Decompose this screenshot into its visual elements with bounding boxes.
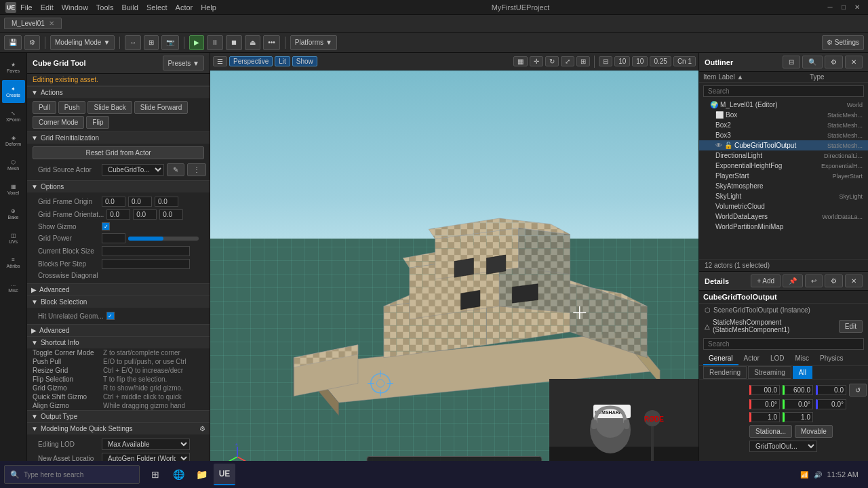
rot-x-input[interactable] (749, 399, 780, 409)
scale-x-input[interactable] (749, 412, 780, 422)
details-search-input[interactable] (703, 338, 864, 350)
pause-btn[interactable]: ⏸ (207, 35, 223, 50)
sidebar-voxel[interactable]: ▦Voxel (2, 178, 25, 201)
sidebar-faves[interactable]: ★Faves (2, 56, 25, 79)
gfori-z-input[interactable] (159, 209, 183, 220)
mesh-edit-btn[interactable]: Edit (839, 320, 863, 333)
grid-reinit-section[interactable]: ▼ Grid Reinitialization (27, 131, 210, 144)
options-section[interactable]: ▼ Options (27, 180, 210, 192)
snap-btn[interactable]: ⊞ (144, 35, 159, 50)
outliner-search-input[interactable] (703, 85, 864, 97)
grid-size-btn[interactable]: 10 (614, 56, 630, 66)
details-settings-btn[interactable]: ⚙ (825, 274, 843, 287)
gfo-z-input[interactable] (155, 197, 178, 207)
menu-select[interactable]: Select (146, 3, 167, 12)
move-btn[interactable]: ✛ (530, 56, 543, 66)
transform-btn[interactable]: ⊞ (576, 56, 590, 66)
details-history-btn[interactable]: ↩ (805, 274, 823, 287)
maximize-btn[interactable]: □ (838, 2, 849, 13)
select-mode-btn[interactable]: ▦ (513, 56, 528, 66)
sidebar-uvs[interactable]: ◫UVs (2, 226, 25, 249)
list-item[interactable]: VolumetricCloud (699, 201, 868, 211)
scale-y-input[interactable] (783, 412, 813, 422)
advanced-section[interactable]: ▶ Advanced (27, 283, 210, 296)
source-actor-select[interactable]: CubeGridTo... (102, 164, 164, 176)
outliner-settings-btn[interactable]: ⚙ (825, 56, 843, 68)
stop-btn[interactable]: ⏹ (226, 35, 242, 50)
scale-btn[interactable]: ⤢ (561, 56, 574, 66)
settings-btn[interactable]: ⚙ Settings (822, 35, 864, 50)
grid-power-slider[interactable] (128, 237, 199, 241)
more-btn[interactable]: ••• (263, 35, 280, 50)
gfori-x-input[interactable] (106, 209, 130, 220)
gfo-x-input[interactable] (102, 197, 125, 207)
show-gizmo-checkbox[interactable] (102, 222, 110, 230)
list-item-selected[interactable]: 👁 🔓 CubeGridToolOutput StaticMesh... (699, 140, 868, 150)
eject-btn[interactable]: ⏏ (245, 35, 260, 50)
scale-size-btn[interactable]: 0.25 (650, 56, 671, 66)
blocks-per-step-input[interactable]: 1 (102, 259, 190, 269)
tab-misc[interactable]: Misc (789, 352, 814, 365)
minimize-btn[interactable]: ─ (825, 2, 835, 13)
advanced2-section[interactable]: ▶ Advanced (27, 324, 210, 336)
subtab-all[interactable]: All (793, 366, 812, 379)
platforms-btn[interactable]: Platforms ▼ (290, 35, 337, 50)
stationary-btn[interactable]: Stationa... (749, 425, 792, 438)
sidebar-attribs[interactable]: ≡Attribs (2, 251, 25, 274)
viewport[interactable]: X Y Z ⊞ Cube Grid Tool Accept Cancel (210, 70, 698, 488)
sidebar-xform[interactable]: ⤡XForm (2, 104, 25, 127)
taskbar-browser-btn[interactable]: 🌐 (167, 464, 189, 485)
current-block-input[interactable]: 100.0 (102, 246, 190, 256)
list-item[interactable]: WorldDataLayers WorldDataLa... (699, 211, 868, 222)
taskbar-ue-btn[interactable]: UE (214, 464, 235, 485)
modeling-mode-section[interactable]: ▼ Modeling Mode Quick Settings ⚙ (27, 422, 210, 434)
play-btn[interactable]: ▶ (189, 35, 204, 50)
details-pin-btn[interactable]: 📌 (783, 274, 803, 287)
shortcut-info-section[interactable]: ▼ Shortcut Info (27, 336, 210, 348)
push-btn[interactable]: Push (58, 101, 86, 114)
taskbar-windows-btn[interactable]: ⊞ (144, 464, 166, 485)
list-item[interactable]: Box3 StaticMesh... (699, 130, 868, 140)
lit-btn[interactable]: Lit (275, 56, 290, 66)
list-item[interactable]: ExponentialHeightFog ExponentialH... (699, 161, 868, 171)
menu-tools[interactable]: Tools (96, 3, 114, 12)
grid-power-input[interactable]: 5 (102, 233, 125, 243)
block-selection-section[interactable]: ▼ Block Selection (27, 296, 210, 308)
reset-grid-btn[interactable]: Reset Grid from Actor (33, 146, 204, 159)
rotate-btn[interactable]: ↻ (545, 56, 559, 66)
presets-btn[interactable]: Presets ▼ (163, 56, 204, 70)
pos-reset-btn[interactable]: ↺ (849, 384, 867, 396)
gfo-y-input[interactable] (128, 197, 152, 207)
menu-window[interactable]: Window (62, 3, 88, 12)
rot-z-input[interactable] (816, 399, 846, 409)
transform-btn[interactable]: ↔ (125, 35, 141, 50)
list-item[interactable]: ⬜ Box StaticMesh... (699, 110, 868, 120)
list-item[interactable]: SkyLight SkyLight (699, 191, 868, 201)
save-btn[interactable]: 💾 (4, 35, 22, 50)
pos-z-input[interactable] (816, 385, 846, 395)
tab-general[interactable]: General (703, 352, 738, 365)
modeling-mode-btn[interactable]: Modeling Mode ▼ (50, 35, 115, 50)
menu-file[interactable]: File (20, 3, 33, 12)
outliner-search-btn[interactable]: 🔍 (802, 56, 823, 68)
list-item[interactable]: PlayerStart PlayerStart (699, 171, 868, 181)
perspective-btn[interactable]: Perspective (229, 56, 273, 66)
list-item[interactable]: DirectionalLight DirectionalLi... (699, 150, 868, 161)
subtab-streaming[interactable]: Streaming (748, 366, 791, 379)
level-tab[interactable]: M_Level01 ✕ (4, 18, 62, 29)
source-actor-edit-btn[interactable]: ✎ (167, 163, 184, 176)
sidebar-deform[interactable]: ◈Deform (2, 129, 25, 152)
show-btn[interactable]: Show (292, 56, 317, 66)
list-item[interactable]: WorldPartitionMiniMap (699, 222, 868, 232)
grid-output-select[interactable]: GridToolOut... (749, 441, 817, 452)
modeling-settings-icon[interactable]: ⚙ (199, 425, 205, 432)
pos-x-input[interactable] (749, 385, 780, 395)
tab-actor[interactable]: Actor (738, 352, 765, 365)
gfori-y-input[interactable] (133, 209, 157, 220)
menu-edit[interactable]: Edit (41, 3, 54, 12)
list-item[interactable]: Box2 StaticMesh... (699, 120, 868, 130)
sidebar-bake[interactable]: ⊕Bake (2, 202, 25, 225)
taskbar-file-btn[interactable]: 📁 (191, 464, 212, 485)
settings-small-btn[interactable]: ⚙ (24, 35, 40, 50)
actions-section[interactable]: ▼ Actions (27, 86, 210, 98)
